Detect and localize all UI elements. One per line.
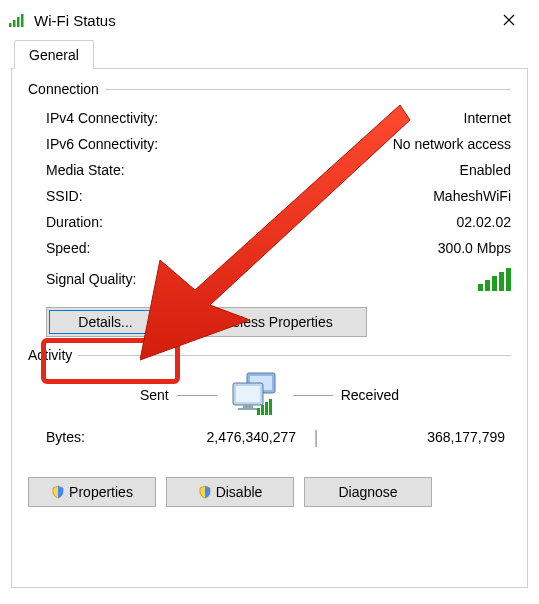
disable-button[interactable]: Disable [166, 477, 294, 507]
svg-rect-3 [21, 14, 24, 27]
row-duration: Duration: 02.02.02 [28, 209, 511, 235]
ssid-value: MaheshWiFi [433, 188, 511, 204]
group-connection: Connection IPv4 Connectivity: Internet I… [28, 81, 511, 337]
signal-quality-label: Signal Quality: [46, 271, 478, 287]
wireless-properties-label: Wireless Properties [211, 314, 332, 330]
ipv6-label: IPv6 Connectivity: [46, 136, 393, 152]
svg-rect-12 [257, 408, 260, 415]
window-title: Wi-Fi Status [34, 12, 486, 29]
divider [78, 355, 511, 356]
ssid-label: SSID: [46, 188, 433, 204]
svg-rect-11 [238, 408, 258, 410]
svg-rect-1 [13, 20, 16, 27]
row-signal-quality: Signal Quality: [28, 263, 511, 295]
bytes-divider: | [296, 427, 336, 448]
svg-rect-2 [17, 17, 20, 27]
titlebar: Wi-Fi Status [0, 0, 539, 40]
network-monitors-icon [225, 371, 285, 419]
svg-rect-10 [243, 405, 253, 408]
bytes-received-value: 368,177,799 [336, 429, 511, 445]
divider [293, 395, 333, 396]
tab-general[interactable]: General [14, 40, 94, 69]
bytes-label: Bytes: [46, 429, 126, 445]
ipv4-label: IPv4 Connectivity: [46, 110, 464, 126]
tab-panel: Connection IPv4 Connectivity: Internet I… [11, 69, 528, 588]
row-ipv6: IPv6 Connectivity: No network access [28, 131, 511, 157]
media-value: Enabled [460, 162, 511, 178]
svg-rect-0 [9, 23, 12, 27]
shield-icon [198, 485, 212, 499]
speed-value: 300.0 Mbps [438, 240, 511, 256]
duration-label: Duration: [46, 214, 457, 230]
divider [177, 395, 217, 396]
tab-strip: General [11, 40, 528, 69]
group-activity-title: Activity [28, 347, 72, 363]
svg-rect-14 [265, 402, 268, 415]
group-activity: Activity Sent [28, 347, 511, 451]
row-ssid: SSID: MaheshWiFi [28, 183, 511, 209]
row-media: Media State: Enabled [28, 157, 511, 183]
sent-label: Sent [140, 387, 169, 403]
bytes-sent-value: 2,476,340,277 [126, 429, 296, 445]
row-ipv4: IPv4 Connectivity: Internet [28, 105, 511, 131]
duration-value: 02.02.02 [457, 214, 512, 230]
diagnose-button-label: Diagnose [338, 484, 397, 500]
bottom-button-row: Properties Disable Diagnose [28, 477, 511, 507]
diagnose-button[interactable]: Diagnose [304, 477, 432, 507]
tab-general-label: General [29, 47, 79, 63]
shield-icon [51, 485, 65, 499]
row-speed: Speed: 300.0 Mbps [28, 235, 511, 261]
divider [105, 89, 511, 90]
received-label: Received [341, 387, 399, 403]
group-connection-title: Connection [28, 81, 99, 97]
disable-button-label: Disable [216, 484, 263, 500]
properties-button[interactable]: Properties [28, 477, 156, 507]
ipv6-value: No network access [393, 136, 511, 152]
wireless-properties-button[interactable]: Wireless Properties [177, 307, 367, 337]
media-label: Media State: [46, 162, 460, 178]
speed-label: Speed: [46, 240, 438, 256]
properties-button-label: Properties [69, 484, 133, 500]
close-icon [503, 14, 515, 26]
svg-rect-9 [236, 386, 260, 402]
details-button[interactable]: Details... [46, 307, 165, 337]
svg-rect-13 [261, 405, 264, 415]
close-button[interactable] [486, 5, 531, 35]
svg-rect-15 [269, 399, 272, 415]
ipv4-value: Internet [464, 110, 511, 126]
activity-diagram: Sent [28, 371, 511, 419]
signal-bars-icon [478, 268, 511, 291]
row-bytes: Bytes: 2,476,340,277 | 368,177,799 [28, 423, 511, 451]
details-button-label: Details... [78, 314, 132, 330]
wifi-signal-icon [8, 10, 28, 30]
